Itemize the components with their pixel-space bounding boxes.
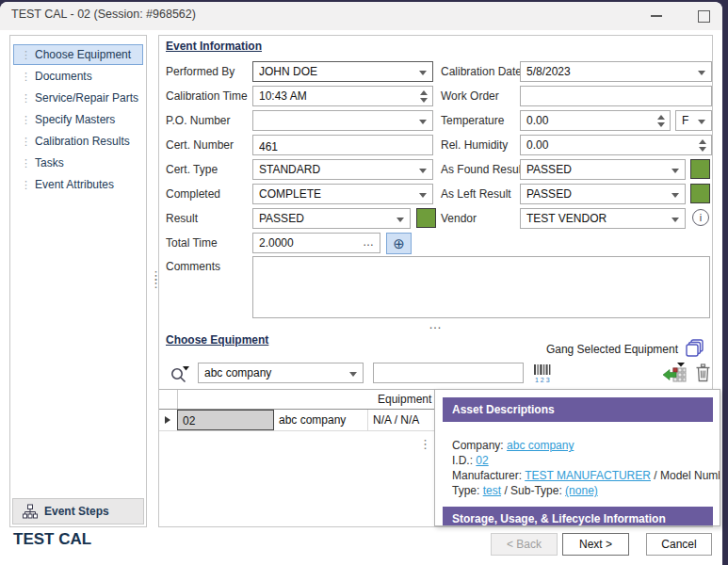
ellipsis-button[interactable]: … (363, 235, 375, 249)
maximize-button[interactable] (688, 2, 720, 30)
add-to-grid-button[interactable] (662, 362, 687, 383)
grip-icon: ⋮ (21, 68, 31, 85)
po-number-combo[interactable] (252, 110, 433, 131)
equipment-company-cell[interactable]: abc company (274, 410, 368, 430)
result-value: PASSED (259, 212, 304, 225)
company-link[interactable]: abc company (507, 439, 574, 452)
search-mode-button[interactable] (170, 364, 190, 384)
calibration-time-spinedit[interactable]: 10:43 AM (252, 86, 433, 106)
work-order-label: Work Order (441, 89, 499, 103)
cancel-button[interactable]: Cancel (646, 533, 712, 556)
equipment-search-input[interactable] (373, 363, 524, 383)
grid-import-icon (662, 362, 687, 383)
dropdown-arrow-icon[interactable] (698, 71, 705, 75)
plus-circle-icon: ⊕ (393, 235, 405, 252)
cert-number-input[interactable] (252, 135, 433, 155)
dropdown-arrow-icon[interactable] (671, 193, 679, 198)
equipment-search-combo-value: abc company (204, 366, 271, 379)
barcode-scan-button[interactable]: 1 2 3 (532, 363, 553, 383)
result-combo[interactable]: PASSED (252, 208, 411, 229)
temperature-unit-combo[interactable]: F (675, 110, 712, 131)
event-steps-button[interactable]: Event Steps (12, 498, 144, 525)
sidebar-item-choose-equipment[interactable]: ⋮Choose Equipment (13, 44, 143, 65)
grip-icon: ⋮ (21, 176, 31, 193)
type-label: Type: (452, 484, 479, 497)
back-button[interactable]: < Back (491, 533, 558, 556)
total-time-label: Total Time (166, 236, 218, 250)
temperature-spinedit[interactable]: 0.00 (520, 110, 671, 131)
sidebar-item-tasks[interactable]: ⋮Tasks (13, 153, 143, 173)
cert-type-combo[interactable]: STANDARD (252, 159, 433, 180)
sidebar-item-service-repair-parts[interactable]: ⋮Service/Repair Parts (13, 88, 143, 108)
add-time-button[interactable]: ⊕ (386, 233, 412, 254)
total-time-value: 2.0000 (259, 236, 294, 250)
dropdown-arrow-icon[interactable] (419, 193, 427, 198)
equipment-search-combo[interactable]: abc company (198, 363, 364, 383)
dropdown-arrow-icon[interactable] (671, 218, 679, 222)
dropdown-arrow-icon[interactable] (419, 71, 427, 75)
manufacturer-suffix: / Model Numb (654, 469, 720, 482)
sidebar-item-calibration-results[interactable]: ⋮Calibration Results (13, 131, 143, 152)
dropdown-arrow-icon[interactable] (419, 169, 427, 173)
calibration-date-combo[interactable]: 5/8/2023 (520, 61, 712, 82)
dropdown-arrow-icon[interactable] (698, 120, 705, 124)
gang-equipment-button[interactable] (685, 339, 704, 358)
as-found-status-swatch (690, 159, 710, 179)
as-left-result-combo[interactable]: PASSED (520, 184, 686, 204)
sidebar-item-specify-masters[interactable]: ⋮Specify Masters (13, 109, 143, 130)
as-left-result-label: As Left Result (441, 187, 511, 201)
spin-down-icon[interactable] (699, 147, 706, 152)
comments-label: Comments (166, 260, 220, 273)
completed-combo[interactable]: COMPLETE (252, 184, 433, 204)
spin-down-icon[interactable] (420, 98, 428, 103)
dropdown-arrow-icon[interactable] (396, 218, 404, 222)
vendor-info-button[interactable]: i (692, 209, 709, 226)
work-order-input[interactable] (520, 86, 712, 106)
equipment-id-cell[interactable]: 02 (177, 410, 274, 430)
vendor-label: Vendor (441, 212, 477, 225)
rel-humidity-spinedit[interactable]: 0.00 (520, 135, 712, 155)
asset-company-line: Company: abc company (452, 439, 574, 452)
sidebar-item-documents[interactable]: ⋮Documents (13, 66, 143, 87)
vendor-combo[interactable]: TEST VENDOR (520, 208, 686, 229)
performed-by-combo[interactable]: JOHN DOE (252, 61, 433, 82)
dropdown-arrow-icon[interactable] (419, 120, 427, 124)
as-left-result-value: PASSED (526, 187, 572, 201)
spin-up-icon[interactable] (420, 90, 428, 95)
spin-up-icon[interactable] (699, 139, 706, 144)
popup-splitter-handle[interactable]: ⋮ (419, 441, 431, 448)
as-found-result-combo[interactable]: PASSED (520, 159, 686, 180)
subtype-link[interactable]: (none) (565, 484, 598, 497)
next-button[interactable]: Next > (562, 533, 629, 556)
temperature-unit-value: F (682, 114, 688, 127)
temperature-value: 0.00 (526, 114, 548, 127)
id-label: I.D.: (452, 454, 473, 467)
sidebar-item-label: Service/Repair Parts (35, 91, 138, 105)
cert-number-label: Cert. Number (166, 138, 234, 152)
trash-icon (695, 363, 711, 382)
spin-up-icon[interactable] (657, 115, 665, 120)
manufacturer-link[interactable]: TEST MANUFACTURER (525, 469, 651, 482)
dropdown-arrow-icon[interactable] (349, 372, 357, 377)
id-link[interactable]: 02 (476, 454, 488, 467)
minimize-button[interactable] (640, 2, 672, 30)
result-label: Result (166, 212, 198, 225)
rel-humidity-value: 0.00 (526, 138, 548, 152)
completed-label: Completed (166, 187, 220, 201)
delete-button[interactable] (695, 363, 711, 382)
sidebar-item-event-attributes[interactable]: ⋮Event Attributes (13, 174, 143, 195)
grip-icon: ⋮ (21, 46, 31, 63)
wizard-title: TEST CAL (13, 530, 91, 549)
total-time-field[interactable]: 2.0000… (252, 233, 380, 253)
type-link[interactable]: test (483, 484, 501, 497)
completed-value: COMPLETE (259, 187, 321, 201)
comments-textarea[interactable] (252, 256, 710, 318)
dropdown-arrow-icon[interactable] (671, 169, 679, 173)
calibration-time-label: Calibration Time (166, 89, 248, 103)
asset-descriptions-header: Asset Descriptions (443, 397, 713, 422)
svg-text:1 2 3: 1 2 3 (535, 377, 550, 383)
grip-icon: ⋮ (21, 154, 31, 171)
maximize-icon (698, 10, 710, 23)
spin-down-icon[interactable] (657, 122, 665, 127)
section-splitter-handle[interactable]: … (429, 316, 443, 331)
